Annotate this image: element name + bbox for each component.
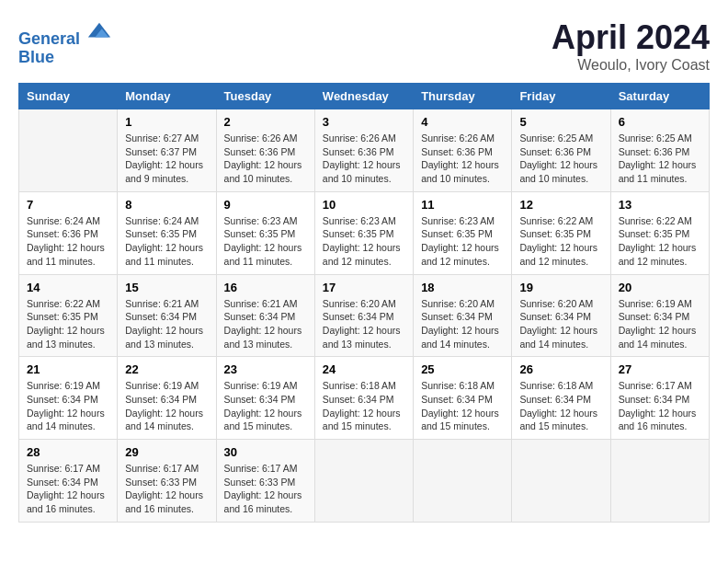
col-header-sunday: Sunday (19, 84, 118, 109)
logo-icon (86, 18, 112, 44)
calendar-day-cell: 10Sunrise: 6:23 AM Sunset: 6:35 PM Dayli… (314, 191, 413, 274)
day-info: Sunrise: 6:22 AM Sunset: 6:35 PM Dayligh… (27, 297, 109, 351)
calendar-day-cell: 14Sunrise: 6:22 AM Sunset: 6:35 PM Dayli… (19, 274, 118, 357)
calendar-day-cell: 26Sunrise: 6:18 AM Sunset: 6:34 PM Dayli… (512, 357, 610, 440)
calendar-week-row: 21Sunrise: 6:19 AM Sunset: 6:34 PM Dayli… (19, 357, 710, 440)
day-number: 12 (519, 198, 602, 212)
day-info: Sunrise: 6:19 AM Sunset: 6:34 PM Dayligh… (125, 379, 208, 433)
col-header-tuesday: Tuesday (216, 84, 314, 109)
calendar-day-cell: 1Sunrise: 6:27 AM Sunset: 6:37 PM Daylig… (118, 109, 216, 192)
calendar-week-row: 28Sunrise: 6:17 AM Sunset: 6:34 PM Dayli… (19, 440, 710, 523)
day-info: Sunrise: 6:22 AM Sunset: 6:35 PM Dayligh… (519, 214, 602, 269)
day-info: Sunrise: 6:20 AM Sunset: 6:34 PM Dayligh… (323, 297, 405, 351)
calendar-day-cell: 20Sunrise: 6:19 AM Sunset: 6:34 PM Dayli… (610, 274, 709, 357)
day-info: Sunrise: 6:21 AM Sunset: 6:34 PM Dayligh… (224, 297, 307, 351)
day-info: Sunrise: 6:17 AM Sunset: 6:34 PM Dayligh… (27, 462, 109, 516)
calendar-week-row: 1Sunrise: 6:27 AM Sunset: 6:37 PM Daylig… (19, 109, 710, 192)
calendar-day-cell: 12Sunrise: 6:22 AM Sunset: 6:35 PM Dayli… (512, 191, 610, 274)
day-number: 13 (619, 198, 701, 212)
day-info: Sunrise: 6:23 AM Sunset: 6:35 PM Dayligh… (224, 214, 307, 269)
calendar-day-cell: 9Sunrise: 6:23 AM Sunset: 6:35 PM Daylig… (216, 191, 314, 274)
calendar-day-cell (314, 440, 413, 523)
calendar-day-cell: 22Sunrise: 6:19 AM Sunset: 6:34 PM Dayli… (118, 357, 216, 440)
day-number: 8 (125, 198, 208, 212)
logo-general: General (18, 29, 80, 48)
calendar-day-cell: 11Sunrise: 6:23 AM Sunset: 6:35 PM Dayli… (414, 191, 512, 274)
day-number: 5 (519, 115, 602, 129)
day-info: Sunrise: 6:26 AM Sunset: 6:36 PM Dayligh… (224, 132, 307, 186)
day-info: Sunrise: 6:17 AM Sunset: 6:34 PM Dayligh… (619, 379, 701, 433)
day-info: Sunrise: 6:19 AM Sunset: 6:34 PM Dayligh… (224, 379, 307, 433)
calendar-day-cell: 2Sunrise: 6:26 AM Sunset: 6:36 PM Daylig… (216, 109, 314, 192)
calendar-table: SundayMondayTuesdayWednesdayThursdayFrid… (18, 83, 710, 523)
calendar-day-cell: 5Sunrise: 6:25 AM Sunset: 6:36 PM Daylig… (512, 109, 610, 192)
day-info: Sunrise: 6:23 AM Sunset: 6:35 PM Dayligh… (421, 214, 504, 269)
calendar-day-cell: 24Sunrise: 6:18 AM Sunset: 6:34 PM Dayli… (314, 357, 413, 440)
day-number: 23 (224, 362, 307, 376)
day-number: 19 (519, 281, 602, 294)
calendar-day-cell: 23Sunrise: 6:19 AM Sunset: 6:34 PM Dayli… (216, 357, 314, 440)
day-number: 20 (619, 281, 701, 294)
calendar-week-row: 14Sunrise: 6:22 AM Sunset: 6:35 PM Dayli… (19, 274, 710, 357)
calendar-day-cell: 8Sunrise: 6:24 AM Sunset: 6:35 PM Daylig… (118, 191, 216, 274)
calendar-day-cell (512, 440, 610, 523)
day-info: Sunrise: 6:25 AM Sunset: 6:36 PM Dayligh… (619, 132, 701, 186)
day-number: 15 (125, 281, 208, 294)
day-number: 29 (125, 445, 208, 459)
calendar-day-cell: 16Sunrise: 6:21 AM Sunset: 6:34 PM Dayli… (216, 274, 314, 357)
col-header-wednesday: Wednesday (314, 84, 413, 109)
day-number: 21 (27, 362, 109, 376)
day-info: Sunrise: 6:24 AM Sunset: 6:36 PM Dayligh… (27, 214, 109, 269)
calendar-day-cell: 4Sunrise: 6:26 AM Sunset: 6:36 PM Daylig… (414, 109, 512, 192)
day-number: 2 (224, 115, 307, 129)
day-number: 6 (619, 115, 701, 129)
day-info: Sunrise: 6:20 AM Sunset: 6:34 PM Dayligh… (519, 297, 602, 351)
calendar-day-cell: 18Sunrise: 6:20 AM Sunset: 6:34 PM Dayli… (414, 274, 512, 357)
title-section: April 2024 Weoulo, Ivory Coast (552, 18, 710, 74)
calendar-day-cell: 21Sunrise: 6:19 AM Sunset: 6:34 PM Dayli… (19, 357, 118, 440)
col-header-monday: Monday (118, 84, 216, 109)
calendar-day-cell: 30Sunrise: 6:17 AM Sunset: 6:33 PM Dayli… (216, 440, 314, 523)
calendar-week-row: 7Sunrise: 6:24 AM Sunset: 6:36 PM Daylig… (19, 191, 710, 274)
page-header: General Blue April 2024 Weoulo, Ivory Co… (18, 18, 710, 74)
calendar-day-cell: 15Sunrise: 6:21 AM Sunset: 6:34 PM Dayli… (118, 274, 216, 357)
day-info: Sunrise: 6:24 AM Sunset: 6:35 PM Dayligh… (125, 214, 208, 269)
day-number: 3 (323, 115, 405, 129)
day-number: 30 (224, 445, 307, 459)
day-number: 9 (224, 198, 307, 212)
day-number: 25 (421, 362, 504, 376)
calendar-day-cell: 17Sunrise: 6:20 AM Sunset: 6:34 PM Dayli… (314, 274, 413, 357)
day-number: 7 (27, 198, 109, 212)
day-info: Sunrise: 6:18 AM Sunset: 6:34 PM Dayligh… (323, 379, 405, 433)
day-info: Sunrise: 6:27 AM Sunset: 6:37 PM Dayligh… (125, 132, 208, 186)
day-number: 4 (421, 115, 504, 129)
day-info: Sunrise: 6:18 AM Sunset: 6:34 PM Dayligh… (421, 379, 504, 433)
day-number: 26 (519, 362, 602, 376)
day-number: 1 (125, 115, 208, 129)
day-info: Sunrise: 6:26 AM Sunset: 6:36 PM Dayligh… (421, 132, 504, 186)
day-info: Sunrise: 6:17 AM Sunset: 6:33 PM Dayligh… (224, 462, 307, 516)
calendar-header-row: SundayMondayTuesdayWednesdayThursdayFrid… (19, 84, 710, 109)
day-number: 11 (421, 198, 504, 212)
calendar-day-cell (610, 440, 709, 523)
calendar-day-cell (414, 440, 512, 523)
day-info: Sunrise: 6:17 AM Sunset: 6:33 PM Dayligh… (125, 462, 208, 516)
day-number: 14 (27, 281, 109, 294)
calendar-day-cell (19, 109, 118, 192)
day-info: Sunrise: 6:23 AM Sunset: 6:35 PM Dayligh… (323, 214, 405, 269)
day-info: Sunrise: 6:19 AM Sunset: 6:34 PM Dayligh… (27, 379, 109, 433)
calendar-day-cell: 19Sunrise: 6:20 AM Sunset: 6:34 PM Dayli… (512, 274, 610, 357)
day-info: Sunrise: 6:19 AM Sunset: 6:34 PM Dayligh… (619, 297, 701, 351)
day-info: Sunrise: 6:25 AM Sunset: 6:36 PM Dayligh… (519, 132, 602, 186)
day-info: Sunrise: 6:18 AM Sunset: 6:34 PM Dayligh… (519, 379, 602, 433)
col-header-friday: Friday (512, 84, 610, 109)
month-year: April 2024 (552, 18, 710, 57)
col-header-saturday: Saturday (610, 84, 709, 109)
day-number: 24 (323, 362, 405, 376)
calendar-day-cell: 13Sunrise: 6:22 AM Sunset: 6:35 PM Dayli… (610, 191, 709, 274)
day-number: 10 (323, 198, 405, 212)
calendar-day-cell: 28Sunrise: 6:17 AM Sunset: 6:34 PM Dayli… (19, 440, 118, 523)
logo-blue: Blue (18, 48, 54, 66)
day-info: Sunrise: 6:26 AM Sunset: 6:36 PM Dayligh… (323, 132, 405, 186)
day-info: Sunrise: 6:22 AM Sunset: 6:35 PM Dayligh… (619, 214, 701, 269)
